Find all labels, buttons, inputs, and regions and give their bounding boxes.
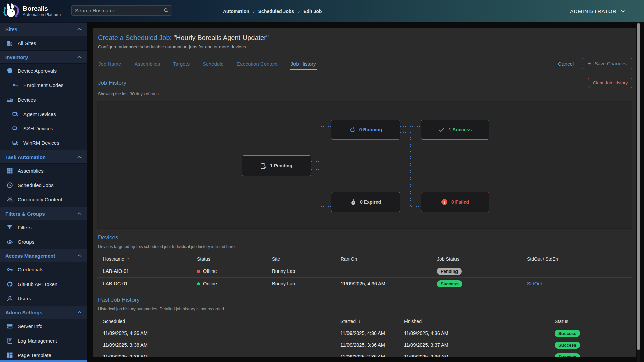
filter-icon[interactable]: [137, 257, 142, 261]
column-started[interactable]: Started ↓: [335, 319, 398, 324]
tab-schedule[interactable]: Schedule: [202, 61, 224, 67]
main-panel: Create a Scheduled Job: "Hourly Borealis…: [93, 28, 636, 357]
tab-assemblies[interactable]: Assemblies: [134, 61, 160, 67]
job-status-cell: Pending: [431, 268, 521, 275]
vertical-scrollbar[interactable]: [637, 22, 640, 362]
column-site[interactable]: Site: [266, 256, 335, 262]
sidebar-item-groups[interactable]: Groups: [0, 235, 87, 249]
shield-clock-icon: [7, 68, 13, 74]
sidebar-item-agent-devices[interactable]: Agent Devices: [0, 107, 87, 121]
save-changes-button[interactable]: + Save Changes: [582, 58, 632, 69]
plus-icon: +: [587, 62, 591, 66]
flow-node-failed-label: 0 Failed: [451, 199, 469, 205]
site-cell: Bunny Lab: [266, 281, 335, 286]
ran-on-cell: 11/09/2025, 4:36 AM: [335, 281, 431, 286]
sidebar-item-devices[interactable]: Devices: [0, 93, 87, 107]
status-cell: Success: [549, 353, 632, 357]
tab-job-name[interactable]: Job Name: [98, 61, 121, 67]
sidebar-item-ssh-devices[interactable]: SSH Devices: [0, 121, 87, 136]
sidebar-item-label: Device Approvals: [18, 68, 57, 74]
tab-job-history[interactable]: Job History: [290, 61, 316, 67]
sidebar-section-admin-settings[interactable]: Admin Settings: [0, 306, 87, 319]
sidebar-section-sites[interactable]: Sites: [0, 22, 87, 36]
flow-node-running[interactable]: 0 Running: [331, 120, 400, 140]
started-cell: 11/09/2025, 2:36 AM: [335, 354, 398, 357]
column-status[interactable]: Status: [191, 256, 266, 262]
sidebar-item-server-info[interactable]: Server Info: [0, 319, 87, 334]
sidebar-section-filters-groups[interactable]: Filters & Groups: [0, 207, 87, 220]
column-stdout-stderr[interactable]: StdOut / StdErr: [521, 256, 632, 262]
sidebar-item-scheduled-jobs[interactable]: Scheduled Jobs: [0, 178, 87, 192]
scrollbar-thumb[interactable]: [637, 23, 640, 350]
table-row[interactable]: 11/09/2025, 4:36 AM 11/09/2025, 4:36 AM …: [97, 327, 632, 339]
sidebar-item-assemblies[interactable]: Assemblies: [0, 164, 87, 178]
hostname-cell: LAB-AIO-01: [97, 268, 191, 274]
status-cell: Success: [549, 330, 632, 337]
cancel-button[interactable]: Cancel: [558, 61, 574, 67]
column-finished[interactable]: Finished: [398, 319, 549, 324]
table-row[interactable]: 11/09/2025, 3:36 AM 11/09/2025, 3:36 AM …: [97, 339, 632, 351]
flow-node-pending-label: 1 Pending: [270, 163, 292, 168]
breadcrumb-automation[interactable]: Automation: [223, 9, 249, 14]
brand: Borealis Automation Platform: [3, 2, 61, 20]
column-ran-on[interactable]: Ran On: [335, 256, 431, 262]
devices-icon: [12, 111, 19, 117]
page-title-prefix: Create a Scheduled Job:: [98, 34, 172, 41]
sidebar-item-winrm-devices[interactable]: WinRM Devices: [0, 136, 87, 150]
flow-node-pending[interactable]: 1 Pending: [241, 155, 311, 176]
section-label: Inventory: [5, 54, 28, 60]
flow-node-expired[interactable]: 0 Expired: [331, 192, 400, 212]
sidebar-item-page-template[interactable]: Page Template: [0, 348, 87, 362]
sidebar-item-device-approvals[interactable]: Device Approvals: [0, 64, 87, 78]
sidebar-item-credentials[interactable]: Credentials: [0, 262, 87, 277]
sort-asc-icon: ↑: [127, 256, 129, 262]
filter-icon[interactable]: [287, 257, 292, 261]
filter-icon[interactable]: [566, 257, 571, 261]
table-row[interactable]: 11/09/2025, 2:36 AM 11/09/2025, 2:36 AM …: [97, 351, 632, 357]
sidebar-item-github-api-token[interactable]: GitHub API Token: [0, 277, 87, 291]
filter-icon[interactable]: [218, 257, 222, 261]
sidebar-item-log-management[interactable]: Log Management: [0, 334, 87, 348]
clear-job-history-button[interactable]: Clear Job History: [588, 78, 632, 88]
form-actions: Cancel + Save Changes: [558, 58, 632, 69]
tab-execution-context[interactable]: Execution Context: [236, 61, 278, 67]
stdout-cell: StdOut: [521, 281, 632, 286]
search-input[interactable]: [72, 8, 164, 13]
sidebar-item-all-sites[interactable]: All Sites: [0, 36, 87, 50]
chevron-up-icon: [77, 254, 82, 257]
hostname-search[interactable]: [71, 5, 172, 16]
sidebar-item-label: SSH Devices: [23, 126, 53, 131]
sidebar-section-task-automation[interactable]: Task Automation: [0, 150, 87, 164]
breadcrumb-edit-job[interactable]: Edit Job: [303, 9, 322, 14]
column-status[interactable]: Status: [549, 319, 632, 324]
stdout-link[interactable]: StdOut: [527, 281, 542, 286]
section-label: Task Automation: [5, 154, 46, 160]
tab-targets[interactable]: Targets: [173, 61, 190, 67]
column-job-status[interactable]: Job Status: [431, 256, 521, 262]
sidebar-item-users[interactable]: Users: [0, 291, 87, 306]
user-menu[interactable]: ADMINISTRATOR: [570, 0, 625, 22]
sidebar-section-inventory[interactable]: Inventory: [0, 50, 87, 64]
sidebar-item-label: Server Info: [18, 323, 42, 329]
sidebar-section-access-management[interactable]: Access Management: [0, 249, 87, 262]
column-hostname[interactable]: Hostname ↑: [97, 256, 191, 262]
people-icon: [7, 196, 13, 203]
sidebar-item-community-content[interactable]: Community Content: [0, 192, 87, 207]
flow-node-success[interactable]: 1 Success: [421, 120, 489, 140]
sidebar-item-filters[interactable]: Filters: [0, 220, 87, 235]
offline-status-dot-icon: [197, 270, 200, 273]
filter-icon[interactable]: [364, 257, 369, 261]
sidebar-item-enrollment-codes[interactable]: Enrollment Codes: [0, 78, 87, 93]
column-scheduled[interactable]: Scheduled: [97, 319, 335, 324]
table-row[interactable]: LAB-AIO-01 Offline Bunny Lab Pending: [97, 265, 632, 278]
devices-icon: [12, 125, 19, 132]
table-row[interactable]: LAB-DC-01 Online Bunny Lab 11/09/2025, 4…: [97, 278, 632, 290]
filter-icon[interactable]: [467, 257, 471, 261]
chevron-up-icon: [77, 28, 82, 31]
started-cell: 11/09/2025, 3:36 AM: [335, 342, 398, 348]
sidebar-item-label: All Sites: [18, 40, 36, 46]
sidebar-item-label: Credentials: [18, 267, 43, 273]
finished-cell: 11/09/2025, 4:36 AM: [398, 330, 549, 336]
breadcrumb-scheduled-jobs[interactable]: Scheduled Jobs: [258, 9, 294, 14]
flow-node-failed[interactable]: ! 0 Failed: [421, 192, 489, 212]
